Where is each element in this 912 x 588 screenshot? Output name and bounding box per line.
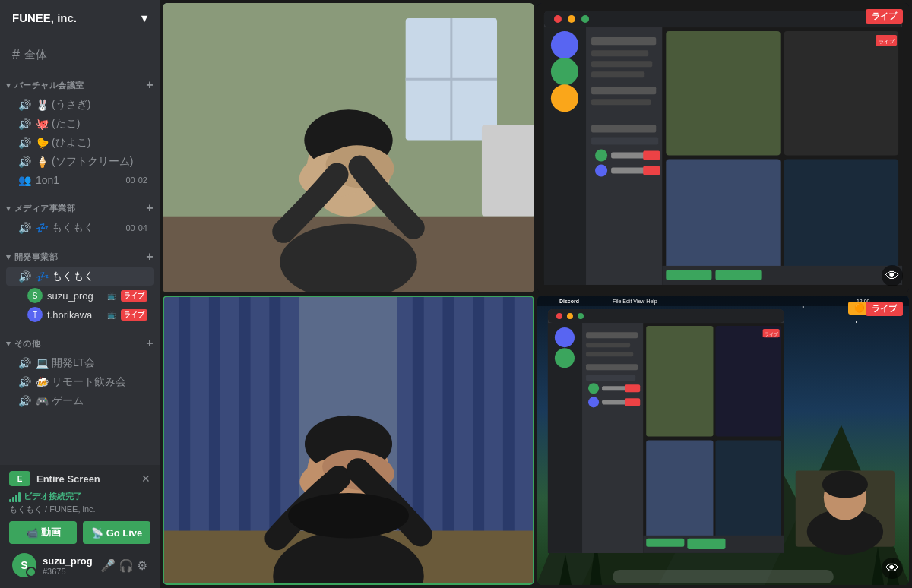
video-camera-icon: 📹 — [26, 527, 38, 539]
category-title: ▾ メディア事業部 — [6, 203, 75, 214]
live-badge-4-text: ライブ — [866, 302, 903, 316]
category-title: ▾ その他 — [6, 338, 40, 349]
svg-rect-81 — [613, 570, 834, 583]
svg-rect-114 — [646, 539, 684, 547]
svg-rect-46 — [715, 270, 761, 280]
svg-rect-107 — [646, 326, 713, 436]
svg-rect-38 — [666, 31, 780, 155]
category-chevron-icon: ▾ — [6, 252, 11, 262]
connection-sub: もくもく / FUNEE, inc. — [9, 504, 150, 515]
speaker-icon: 🔊 — [18, 357, 31, 369]
svg-text:Discord: Discord — [559, 299, 579, 304]
add-channel-button[interactable]: + — [146, 78, 154, 92]
go-live-button[interactable]: 📡 Go Live — [83, 521, 150, 544]
channel-soft-cream[interactable]: 🔊 🍦 (ソフトクリーム) — [6, 153, 154, 171]
signal-bars-icon — [9, 492, 21, 502]
svg-point-21 — [551, 84, 578, 112]
svg-rect-96 — [586, 343, 630, 347]
svg-point-119 — [822, 471, 868, 498]
server-header[interactable]: FUNEE, inc. ▾ — [0, 0, 160, 36]
server-name: FUNEE, inc. — [12, 11, 77, 24]
category-media-dept[interactable]: ▾ メディア事業部 + — [0, 189, 160, 218]
stream-icon: 📺 — [107, 311, 116, 319]
svg-rect-30 — [591, 137, 658, 144]
category-chevron-icon: ▾ — [6, 81, 11, 90]
speaker-icon: 🔊 — [18, 118, 31, 130]
channel-hiyoko[interactable]: 🔊 🐤 (ひよこ) — [6, 134, 154, 152]
video-feed-4: Discord File Edit View Help 12:00 — [537, 296, 909, 585]
category-dev-dept[interactable]: ▾ 開発事業部 + — [0, 238, 160, 267]
video-tile-screenshare-2[interactable]: Discord File Edit View Help 12:00 — [537, 296, 909, 585]
channel-dev-lt[interactable]: 🔊 💻 開発LT会 — [6, 354, 154, 372]
avatar: S — [27, 288, 43, 303]
eye-icon-2[interactable]: 👁 — [882, 265, 903, 286]
svg-rect-115 — [687, 539, 725, 549]
svg-rect-108 — [715, 326, 781, 436]
avatar: S — [12, 553, 36, 577]
video-tile-camera-2[interactable] — [163, 296, 534, 585]
user-count: 00 04 — [126, 223, 148, 232]
live-badge: ライブ — [121, 290, 147, 302]
svg-rect-23 — [591, 37, 656, 45]
stream-icon: 📺 — [107, 292, 116, 300]
headphone-icon[interactable]: 🎧 — [119, 558, 134, 573]
svg-rect-99 — [586, 375, 635, 381]
settings-icon[interactable]: ⚙ — [137, 558, 147, 573]
svg-rect-36 — [643, 166, 660, 175]
video-feed-3 — [164, 297, 533, 583]
add-channel-button[interactable]: + — [146, 201, 154, 215]
eye-icon-4[interactable]: 👁 — [882, 558, 903, 579]
hash-icon: # — [12, 47, 20, 63]
speaker-icon: 🔊 — [18, 395, 31, 407]
global-channel-name: 全体 — [24, 48, 47, 62]
channel-game[interactable]: 🔊 🎮 ゲーム — [6, 392, 154, 410]
channel-tako[interactable]: 🔊 🐙 (たこ) — [6, 115, 154, 133]
svg-rect-98 — [586, 364, 638, 370]
voice-user-suzu: S suzu_prog 📺 ライブ — [6, 286, 154, 305]
video-tile-screenshare-1[interactable]: ライブ ライブ 👁 — [537, 3, 909, 292]
svg-point-92 — [555, 327, 575, 347]
channel-1on1[interactable]: 👥 1on1 00 02 — [6, 172, 154, 188]
svg-rect-4 — [482, 125, 534, 216]
channel-mokumoku-media[interactable]: 🔊 💤 もくもく 00 04 — [6, 219, 154, 237]
channel-remote-nomi[interactable]: 🔊 🍻 リモート飲み会 — [6, 373, 154, 391]
svg-rect-26 — [591, 71, 644, 77]
svg-text:ライブ: ライブ — [765, 331, 779, 337]
user-discriminator: #3675 — [43, 567, 94, 576]
screen-share-info: E Entire Screen ✕ — [9, 471, 150, 486]
video-button[interactable]: 📹 動画 — [9, 521, 77, 544]
svg-rect-97 — [586, 352, 633, 356]
speaker-icon: 🔊 — [18, 156, 31, 168]
username: suzu_prog — [43, 555, 94, 567]
add-channel-button[interactable]: + — [146, 250, 154, 264]
live-badge: ライブ — [121, 309, 147, 321]
svg-rect-95 — [586, 332, 638, 338]
svg-point-89 — [567, 313, 573, 319]
channel-usagi[interactable]: 🔊 🐰 (うさぎ) — [6, 96, 154, 114]
svg-point-72 — [856, 321, 857, 323]
category-title: ▾ バーチャル会議室 — [6, 80, 84, 91]
video-tile-camera-1[interactable] — [163, 3, 534, 292]
svg-rect-28 — [591, 99, 651, 105]
user-panel: S suzu_prog #3675 🎤 🎧 ⚙ — [9, 548, 150, 582]
close-share-button[interactable]: ✕ — [141, 473, 150, 485]
video-feed-1 — [163, 3, 534, 292]
user-count: 00 02 — [126, 175, 148, 185]
add-channel-button[interactable]: + — [146, 337, 154, 350]
svg-point-93 — [555, 348, 575, 368]
category-virtual-meeting[interactable]: ▾ バーチャル会議室 + — [0, 66, 160, 95]
svg-rect-40 — [666, 160, 780, 281]
video-feed-2: ライブ — [537, 3, 909, 292]
sidebar: FUNEE, inc. ▾ # 全体 ▾ バーチャル会議室 + 🔊 🐰 (うさぎ… — [0, 0, 160, 588]
global-channel[interactable]: # 全体 — [0, 43, 160, 66]
svg-point-103 — [588, 397, 599, 407]
category-others[interactable]: ▾ その他 + — [0, 324, 160, 353]
category-chevron-icon: ▾ — [6, 204, 11, 213]
category-chevron-icon: ▾ — [6, 339, 11, 349]
svg-point-16 — [568, 15, 575, 23]
mic-icon[interactable]: 🎤 — [100, 558, 116, 573]
svg-point-19 — [551, 31, 578, 58]
channel-mokumoku-dev[interactable]: 🔊 💤 もくもく — [6, 267, 154, 286]
svg-point-90 — [578, 313, 584, 319]
svg-rect-102 — [625, 384, 640, 392]
